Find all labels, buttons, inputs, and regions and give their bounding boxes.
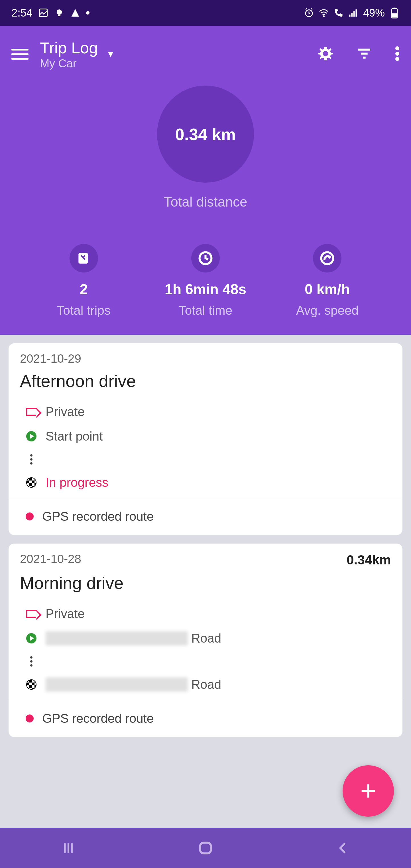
speed-value: 0 km/h (267, 281, 388, 298)
divider (8, 700, 403, 700)
svg-point-15 (395, 46, 399, 50)
trip-start-row: ████████████████ Road (8, 626, 403, 651)
time-label: Total time (144, 303, 266, 318)
total-distance-value: 0.34 km (175, 125, 236, 144)
app-subtitle: My Car (40, 57, 98, 70)
trips-label: Total trips (23, 303, 144, 318)
clock-icon (191, 244, 220, 273)
divider (8, 498, 403, 498)
app-header: Trip Log My Car ▼ 0.34 km Total distance (0, 26, 411, 335)
status-battery-pct: 49% (363, 7, 385, 19)
trip-tag: Private (45, 607, 84, 621)
battery-icon (389, 8, 400, 18)
image-icon (38, 8, 48, 18)
trip-waypoints-row (8, 448, 403, 470)
svg-rect-26 (200, 843, 211, 853)
more-button[interactable] (395, 45, 400, 63)
play-icon (26, 431, 37, 442)
trip-card[interactable]: 2021-10-28 0.34km Morning drive Private … (8, 544, 403, 737)
home-button[interactable] (189, 837, 222, 860)
bulb-icon (54, 8, 64, 18)
svg-point-4 (323, 16, 324, 17)
total-distance-label: Total distance (11, 194, 400, 210)
svg-rect-6 (351, 13, 352, 17)
menu-button[interactable] (11, 45, 29, 63)
trips-icon (70, 244, 98, 273)
trip-tag: Private (45, 405, 84, 419)
status-time: 2:54 (11, 7, 33, 19)
status-dot-icon (86, 11, 90, 14)
recent-apps-button[interactable] (51, 837, 85, 860)
settings-button[interactable] (317, 45, 334, 63)
svg-rect-10 (393, 8, 396, 8)
back-button[interactable] (326, 837, 360, 860)
trip-start: Start point (45, 429, 103, 443)
svg-rect-5 (349, 14, 350, 17)
trip-date: 2021-10-28 (20, 552, 81, 567)
svg-point-16 (395, 52, 399, 56)
checkered-flag-icon (26, 477, 37, 488)
system-nav-bar (0, 828, 411, 868)
svg-point-20 (321, 252, 333, 264)
trip-gps-label: GPS recorded route (42, 711, 153, 725)
svg-point-1 (57, 9, 62, 15)
wifi-icon (319, 8, 329, 18)
trip-end-suffix: Road (191, 677, 221, 691)
time-value: 1h 6min 48s (144, 281, 266, 298)
gps-dot-icon (26, 513, 34, 521)
tag-icon (26, 608, 37, 619)
trip-end-blurred: ████████████████ (45, 677, 188, 692)
trip-distance: 0.34km (347, 552, 391, 567)
trip-end-row: ████████████████ Road (8, 672, 403, 697)
trip-gps-row: GPS recorded route (8, 501, 403, 535)
svg-rect-0 (39, 9, 47, 17)
app-title: Trip Log (40, 38, 98, 57)
trip-start-suffix: Road (191, 631, 221, 645)
svg-rect-8 (355, 9, 357, 17)
call-icon (334, 8, 344, 18)
trip-waypoints-row (8, 651, 403, 672)
status-bar: 2:54 49% (0, 0, 411, 26)
trip-end: In progress (45, 475, 108, 490)
stats-row: 2 Total trips 1h 6min 48s Total time 0 k… (11, 232, 400, 335)
trip-list: 2021-10-29 Afternoon drive Private Start… (0, 335, 411, 754)
gps-dot-icon (26, 714, 34, 722)
trip-end-row: In progress (8, 470, 403, 495)
trip-tag-row: Private (8, 601, 403, 626)
trip-start-blurred: ████████████████ (45, 631, 188, 645)
trip-title: Afternoon drive (8, 371, 403, 400)
filter-button[interactable] (356, 45, 372, 63)
dots-icon (26, 454, 37, 465)
svg-rect-11 (392, 13, 397, 18)
svg-rect-7 (353, 11, 355, 17)
alarm-icon (304, 8, 314, 18)
stat-avg-speed[interactable]: 0 km/h Avg. speed (267, 244, 388, 318)
trip-title: Morning drive (8, 573, 403, 601)
trip-gps-row: GPS recorded route (8, 703, 403, 737)
speed-label: Avg. speed (267, 303, 388, 318)
svg-point-17 (395, 57, 399, 61)
tag-icon (26, 406, 37, 417)
add-trip-fab[interactable] (343, 765, 394, 817)
title-dropdown[interactable]: Trip Log My Car ▼ (40, 38, 306, 70)
stat-total-trips[interactable]: 2 Total trips (23, 244, 144, 318)
speed-icon (313, 244, 341, 273)
trips-value: 2 (23, 281, 144, 298)
trip-tag-row: Private (8, 400, 403, 424)
dots-icon (26, 656, 37, 667)
trip-date: 2021-10-29 (20, 352, 81, 366)
checkered-flag-icon (26, 679, 37, 690)
chevron-down-icon: ▼ (106, 49, 115, 59)
play-icon (26, 632, 37, 644)
trip-gps-label: GPS recorded route (42, 509, 153, 524)
stat-total-time[interactable]: 1h 6min 48s Total time (144, 244, 266, 318)
trip-card[interactable]: 2021-10-29 Afternoon drive Private Start… (8, 343, 403, 535)
svg-rect-2 (58, 15, 61, 16)
trip-start-row: Start point (8, 424, 403, 448)
fuel-icon (70, 8, 80, 18)
hero-stat: 0.34 km Total distance (11, 74, 400, 232)
total-distance-circle[interactable]: 0.34 km (157, 86, 254, 183)
signal-icon (348, 8, 358, 18)
